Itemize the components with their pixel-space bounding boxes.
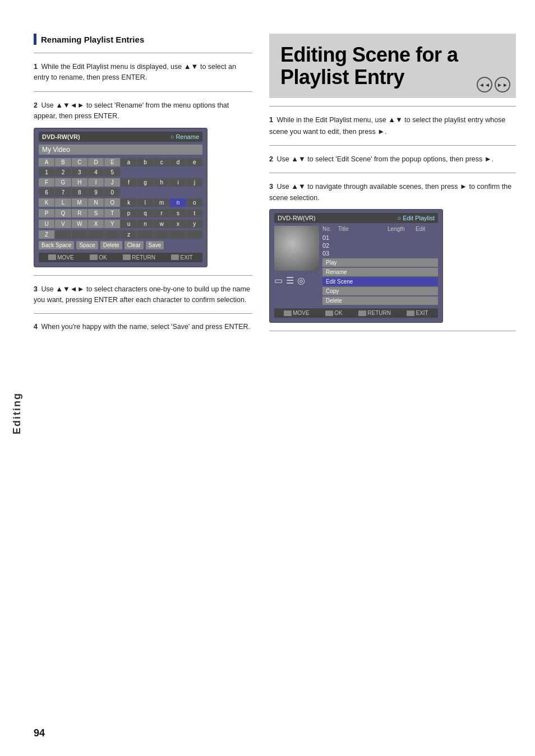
key-M[interactable]: M [72, 198, 87, 207]
key-empty-2 [72, 230, 87, 239]
key-2[interactable]: 2 [55, 168, 71, 177]
key-p[interactable]: p [121, 209, 136, 217]
key-q[interactable]: q [137, 209, 153, 217]
ep-nav-return-label: RETURN [367, 310, 391, 316]
key-r[interactable]: r [154, 209, 169, 217]
key-9[interactable]: 9 [88, 188, 104, 197]
dvd-button-prev[interactable]: ◄◄ [477, 77, 492, 92]
key-empty-6 [154, 230, 169, 239]
key-W[interactable]: W [72, 220, 87, 228]
key-f[interactable]: f [121, 178, 136, 187]
key-T[interactable]: T [104, 209, 120, 217]
ep-row-3-no: 03 [322, 250, 338, 257]
divider-2 [34, 91, 252, 92]
key-3[interactable]: 3 [72, 168, 87, 177]
key-D[interactable]: D [88, 158, 104, 166]
key-Q[interactable]: Q [55, 209, 71, 217]
ep-menu-rename[interactable]: Rename [322, 268, 438, 276]
key-K[interactable]: K [39, 198, 54, 207]
key-8[interactable]: 8 [72, 188, 87, 197]
key-z[interactable]: z [121, 230, 136, 239]
key-H[interactable]: H [72, 178, 87, 187]
nav-move: MOVE [48, 254, 73, 261]
space-button[interactable]: Space [76, 241, 98, 249]
key-L[interactable]: L [55, 198, 71, 207]
key-C[interactable]: C [72, 158, 87, 166]
key-n2[interactable]: n [137, 220, 153, 228]
key-w[interactable]: w [154, 220, 169, 228]
right-arrow-2: ▲▼ [291, 155, 306, 163]
keyboard-header: DVD-RW(VR) ○ Rename [39, 132, 202, 142]
key-7[interactable]: 7 [55, 188, 71, 197]
nav-return-label: RETURN [132, 254, 155, 261]
key-I[interactable]: I [88, 178, 104, 187]
ep-row-1-no: 01 [322, 234, 338, 241]
ep-menu-copy[interactable]: Copy [322, 287, 438, 295]
step-number-3: 3 [34, 285, 38, 293]
key-G[interactable]: G [55, 178, 71, 187]
right-step-2: 2 Use ▲▼ to select 'Edit Scene' from the… [269, 154, 516, 165]
save-button[interactable]: Save [146, 241, 164, 249]
next-icon: ►► [497, 82, 508, 88]
key-o[interactable]: o [187, 198, 202, 207]
dvd-button-next[interactable]: ►► [495, 77, 510, 92]
key-n[interactable]: n [170, 198, 186, 207]
key-t[interactable]: t [187, 209, 202, 217]
key-c[interactable]: c [154, 158, 169, 166]
key-d[interactable]: d [170, 158, 186, 166]
key-B[interactable]: B [55, 158, 71, 166]
right-step-2-text: 2 Use ▲▼ to select 'Edit Scene' from the… [269, 154, 516, 165]
key-6[interactable]: 6 [39, 188, 54, 197]
key-y[interactable]: y [187, 220, 202, 228]
key-R[interactable]: R [72, 209, 87, 217]
key-s[interactable]: s [170, 209, 186, 217]
key-A[interactable]: A [39, 158, 54, 166]
key-u[interactable]: u [121, 220, 136, 228]
key-a[interactable]: a [121, 158, 136, 166]
ep-menu-delete[interactable]: Delete [322, 296, 438, 305]
key-N[interactable]: N [88, 198, 104, 207]
ep-thumbnail-area: ▭ ☰ ◎ [274, 226, 319, 305]
key-X[interactable]: X [88, 220, 104, 228]
step-number-1: 1 [34, 63, 38, 71]
key-1[interactable]: 1 [39, 168, 54, 177]
right-arrow-2b: ► [485, 155, 492, 163]
key-4[interactable]: 4 [88, 168, 104, 177]
key-Y[interactable]: Y [104, 220, 120, 228]
delete-button[interactable]: Delete [100, 241, 122, 249]
key-h[interactable]: h [154, 178, 169, 187]
right-arrow-1: ▲▼ [388, 115, 403, 124]
keyboard-input[interactable]: My Video [39, 145, 202, 155]
key-i[interactable]: i [170, 178, 186, 187]
key-e[interactable]: e [187, 158, 202, 166]
key-g[interactable]: g [137, 178, 153, 187]
keyboard-row-6: Z z [39, 230, 202, 239]
key-k[interactable]: k [121, 198, 136, 207]
ep-row-2-length [388, 242, 416, 249]
key-b[interactable]: b [137, 158, 153, 166]
ep-row-2: 02 [322, 242, 438, 249]
key-V[interactable]: V [55, 220, 71, 228]
key-P[interactable]: P [39, 209, 54, 217]
key-Z[interactable]: Z [39, 230, 54, 239]
ep-context-menu: Play Rename Edit Scene Copy Delete [322, 258, 438, 305]
ep-menu-edit-scene[interactable]: Edit Scene [322, 277, 438, 286]
key-O[interactable]: O [104, 198, 120, 207]
key-0[interactable]: 0 [104, 188, 120, 197]
key-j[interactable]: j [187, 178, 202, 187]
key-J[interactable]: J [104, 178, 120, 187]
arrow-symbol-3: ▲▼◄► [56, 285, 84, 293]
backspace-button[interactable]: Back Space [39, 241, 74, 249]
left-step-1-text: 1 While the Edit Playlist menu is displa… [34, 61, 252, 84]
key-l[interactable]: l [137, 198, 153, 207]
key-E[interactable]: E [104, 158, 120, 166]
clear-button[interactable]: Clear [124, 241, 144, 249]
ep-row-1: 01 [322, 234, 438, 242]
key-U[interactable]: U [39, 220, 54, 228]
key-x[interactable]: x [170, 220, 186, 228]
key-F[interactable]: F [39, 178, 54, 187]
ep-menu-play[interactable]: Play [322, 258, 438, 267]
key-m[interactable]: m [154, 198, 169, 207]
key-S[interactable]: S [88, 209, 104, 217]
key-5[interactable]: 5 [104, 168, 120, 177]
